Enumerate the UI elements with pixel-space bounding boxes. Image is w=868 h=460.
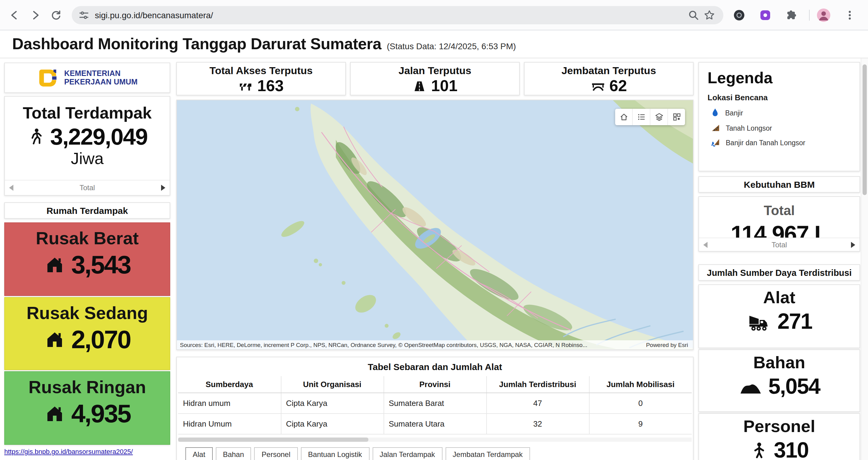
- forward-arrow-icon: [29, 9, 41, 21]
- cell-terdistribusi: 32: [486, 414, 589, 434]
- ministry-name-line1: KEMENTERIAN: [64, 69, 138, 78]
- legend-label: Tanah Longsor: [726, 124, 772, 132]
- back-button[interactable]: [6, 6, 23, 23]
- rusak-sedang-card: Rusak Sedang 2,070: [4, 297, 170, 370]
- personel-label: Personel: [699, 417, 860, 436]
- profile-button[interactable]: [815, 6, 832, 23]
- bnpb-link[interactable]: https://gis.bnpb.go.id/bansorsumatera202…: [4, 448, 170, 455]
- url-text[interactable]: sigi.pu.go.id/bencanasumatera/: [95, 10, 686, 20]
- kebutuhan-bbm-header: Kebutuhan BBM: [699, 176, 860, 193]
- puzzle-icon: [785, 9, 798, 21]
- site-settings-tune-icon[interactable]: [78, 9, 90, 21]
- col-jumlah-terdistribusi: Jumlah Terdistribusi: [486, 376, 589, 393]
- flood-landslide-icon: [711, 138, 720, 147]
- star-icon: [703, 9, 715, 21]
- personel-value: 310: [774, 438, 808, 460]
- jalan-terputus-label: Jalan Terputus: [351, 64, 519, 77]
- cell-mobilisasi: 9: [589, 414, 692, 434]
- house-icon: [44, 403, 66, 425]
- rusak-sedang-label: Rusak Sedang: [5, 303, 169, 323]
- total-akses-terputus-card: Total Akses Terputus 163: [176, 62, 346, 95]
- cell-terdistribusi: 47: [486, 393, 589, 414]
- jembatan-terputus-label: Jembatan Terputus: [525, 64, 693, 77]
- sumber-daya-header: Jumlah Sumber Daya Terdistribusi: [699, 264, 860, 281]
- cell-sumberdaya: Hidran Umum: [178, 414, 281, 434]
- carousel-caption: Total: [13, 184, 161, 192]
- tab-personel[interactable]: Personel: [254, 447, 298, 460]
- basemap-grid-icon: [672, 112, 681, 122]
- tab-bahan[interactable]: Bahan: [215, 447, 251, 460]
- extensions-menu-button[interactable]: [783, 6, 800, 23]
- tab-bantuan-logistik[interactable]: Bantuan Logistik: [301, 447, 369, 460]
- layers-icon: [654, 112, 663, 122]
- col-unit-organisasi: Unit Organisasi: [281, 376, 383, 393]
- total-akses-terputus-label: Total Akses Terputus: [177, 64, 345, 77]
- rusak-berat-value: 3,543: [71, 251, 130, 279]
- walking-person-icon: [27, 126, 45, 147]
- status-data-timestamp: (Status Data: 12/4/2025, 6:53 PM): [387, 37, 516, 51]
- map-default-extent-button[interactable]: [615, 109, 633, 125]
- tab-jalan-terdampak[interactable]: Jalan Terdampak: [372, 447, 442, 460]
- page-scrollbar[interactable]: [861, 58, 868, 460]
- bookmark-button[interactable]: [702, 7, 717, 23]
- table-tabs: Alat Bahan Personel Bantuan Logistik Jal…: [185, 447, 693, 460]
- extension-record-button[interactable]: [731, 6, 748, 23]
- reload-button[interactable]: [48, 6, 64, 23]
- carousel-next-arrow[interactable]: [161, 185, 165, 191]
- tab-jembatan-terdampak[interactable]: Jembatan Terdampak: [445, 447, 530, 460]
- resource-table: Sumberdaya Unit Organisasi Provinsi Juml…: [178, 376, 692, 434]
- jembatan-terputus-value: 62: [609, 77, 627, 95]
- extension-purple-button[interactable]: [757, 6, 774, 23]
- powered-by-esri: Powered by Esri: [641, 340, 693, 350]
- road-barrier-icon: [239, 79, 253, 93]
- col-jumlah-mobilisasi: Jumlah Mobilisasi: [589, 376, 692, 393]
- table-title: Tabel Sebaran dan Jumlah Alat: [177, 357, 693, 376]
- map-legend-button[interactable]: [633, 109, 650, 125]
- page-scrollbar-thumb[interactable]: [863, 64, 867, 195]
- bbm-total-label: Total: [699, 203, 860, 219]
- forward-button[interactable]: [27, 6, 44, 23]
- carousel-next-arrow[interactable]: [851, 241, 855, 248]
- carousel-prev-arrow[interactable]: [703, 241, 708, 248]
- purple-extension-icon: [759, 9, 771, 21]
- carousel-prev-arrow[interactable]: [9, 185, 13, 191]
- map-basemap-button[interactable]: [668, 109, 685, 125]
- screen: sigi.pu.go.id/bencanasumatera/: [0, 0, 868, 460]
- jalan-terputus-card: Jalan Terputus 101: [350, 62, 520, 95]
- map-canvas[interactable]: [177, 100, 693, 350]
- browser-toolbar: sigi.pu.go.id/bencanasumatera/: [0, 0, 868, 30]
- url-bar[interactable]: sigi.pu.go.id/bencanasumatera/: [72, 6, 723, 24]
- rusak-berat-label: Rusak Berat: [5, 228, 169, 249]
- total-terdampak-title: Total Terdampak: [5, 104, 169, 122]
- house-icon: [44, 329, 66, 351]
- rumah-terdampak-header: Rumah Terdampak: [4, 202, 170, 219]
- alat-value: 271: [777, 309, 812, 334]
- bbm-carousel: Total: [699, 238, 860, 251]
- scrollbar-thumb[interactable]: [178, 437, 368, 442]
- total-terdampak-carousel: Total: [5, 180, 169, 195]
- ministry-name: KEMENTERIAN PEKERJAAN UMUM: [64, 69, 138, 86]
- browser-menu-button[interactable]: [841, 6, 858, 23]
- zoom-button[interactable]: [686, 7, 702, 23]
- avatar: [816, 8, 831, 22]
- cell-unit: Cipta Karya: [281, 414, 383, 434]
- dashboard-header: Dashboard Monitoring Tanggap Darurat Sum…: [0, 30, 868, 58]
- table-horizontal-scrollbar[interactable]: [178, 437, 692, 442]
- total-terdampak-unit: Jiwa: [5, 150, 169, 168]
- page-title: Dashboard Monitoring Tanggap Darurat Sum…: [12, 35, 381, 54]
- rusak-ringan-label: Rusak Ringan: [5, 377, 169, 397]
- bridge-icon: [591, 79, 605, 93]
- legend-label: Banjir: [725, 109, 743, 117]
- map-attribution: Sources: Esri, HERE, DeLorme, increment …: [177, 340, 693, 350]
- bahan-value: 5,054: [768, 374, 820, 399]
- center-column: Total Akses Terputus 163 Jalan Terput: [176, 62, 693, 460]
- table-row: Hidran Umum Cipta Karya Sumatera Utara 3…: [178, 414, 692, 434]
- browser-actions: [731, 6, 862, 23]
- legend-label: Banjir dan Tanah Longsor: [726, 139, 805, 146]
- legend-group-title: Lokasi Bencana: [708, 93, 851, 102]
- tab-alat[interactable]: Alat: [185, 447, 212, 460]
- dashboard-body: KEMENTERIAN PEKERJAAN UMUM Total Terdamp…: [0, 58, 868, 460]
- dark-circle-extension-icon: [733, 9, 745, 21]
- map-toolbar: [615, 109, 685, 125]
- map-layers-button[interactable]: [650, 109, 668, 125]
